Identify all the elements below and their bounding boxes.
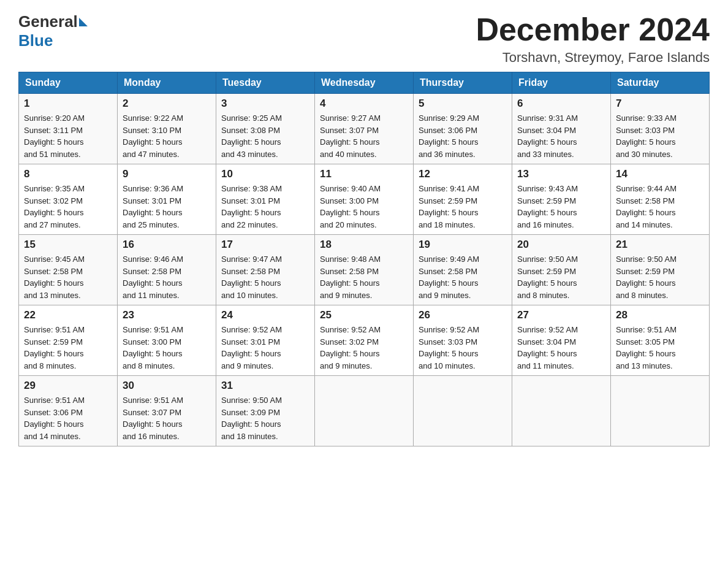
calendar-cell: 8Sunrise: 9:35 AMSunset: 3:02 PMDaylight… <box>19 164 118 235</box>
calendar-cell: 2Sunrise: 9:22 AMSunset: 3:10 PMDaylight… <box>118 94 216 164</box>
day-info: Sunrise: 9:33 AMSunset: 3:03 PMDaylight:… <box>616 112 704 160</box>
weekday-header-friday: Friday <box>512 72 611 94</box>
day-info: Sunrise: 9:52 AMSunset: 3:01 PMDaylight:… <box>221 324 309 372</box>
day-number: 27 <box>517 309 605 321</box>
day-number: 11 <box>320 168 408 180</box>
day-number: 23 <box>123 309 211 321</box>
calendar-table: SundayMondayTuesdayWednesdayThursdayFrid… <box>18 72 710 446</box>
day-info: Sunrise: 9:51 AMSunset: 3:00 PMDaylight:… <box>123 324 211 372</box>
day-info: Sunrise: 9:52 AMSunset: 3:02 PMDaylight:… <box>320 324 408 372</box>
calendar-cell: 11Sunrise: 9:40 AMSunset: 3:00 PMDayligh… <box>315 164 414 235</box>
day-number: 14 <box>616 168 704 180</box>
calendar-cell: 28Sunrise: 9:51 AMSunset: 3:05 PMDayligh… <box>611 305 710 376</box>
day-info: Sunrise: 9:27 AMSunset: 3:07 PMDaylight:… <box>320 112 408 160</box>
calendar-cell: 15Sunrise: 9:45 AMSunset: 2:58 PMDayligh… <box>19 235 118 305</box>
day-number: 26 <box>419 309 507 321</box>
day-info: Sunrise: 9:50 AMSunset: 2:59 PMDaylight:… <box>616 253 704 301</box>
day-number: 30 <box>123 380 211 392</box>
day-info: Sunrise: 9:43 AMSunset: 2:59 PMDaylight:… <box>517 183 605 231</box>
weekday-header-saturday: Saturday <box>611 72 710 94</box>
day-info: Sunrise: 9:49 AMSunset: 2:58 PMDaylight:… <box>419 253 507 301</box>
day-info: Sunrise: 9:29 AMSunset: 3:06 PMDaylight:… <box>419 112 507 160</box>
calendar-week-row: 15Sunrise: 9:45 AMSunset: 2:58 PMDayligh… <box>19 235 710 305</box>
weekday-header-tuesday: Tuesday <box>216 72 315 94</box>
calendar-cell: 25Sunrise: 9:52 AMSunset: 3:02 PMDayligh… <box>315 305 414 376</box>
day-info: Sunrise: 9:47 AMSunset: 2:58 PMDaylight:… <box>221 253 309 301</box>
day-info: Sunrise: 9:31 AMSunset: 3:04 PMDaylight:… <box>517 112 605 160</box>
logo-general-text: General <box>18 12 78 31</box>
calendar-week-row: 8Sunrise: 9:35 AMSunset: 3:02 PMDaylight… <box>19 164 710 235</box>
day-number: 21 <box>616 239 704 251</box>
logo-triangle-icon <box>79 18 88 26</box>
day-number: 12 <box>419 168 507 180</box>
weekday-header-row: SundayMondayTuesdayWednesdayThursdayFrid… <box>19 72 710 94</box>
logo-blue-text: Blue <box>18 31 53 50</box>
calendar-cell: 19Sunrise: 9:49 AMSunset: 2:58 PMDayligh… <box>414 235 512 305</box>
calendar-cell: 6Sunrise: 9:31 AMSunset: 3:04 PMDaylight… <box>512 94 611 164</box>
day-info: Sunrise: 9:48 AMSunset: 2:58 PMDaylight:… <box>320 253 408 301</box>
calendar-cell: 14Sunrise: 9:44 AMSunset: 2:58 PMDayligh… <box>611 164 710 235</box>
calendar-cell: 29Sunrise: 9:51 AMSunset: 3:06 PMDayligh… <box>19 376 118 446</box>
calendar-cell: 1Sunrise: 9:20 AMSunset: 3:11 PMDaylight… <box>19 94 118 164</box>
calendar-cell <box>414 376 512 446</box>
calendar-cell <box>611 376 710 446</box>
day-number: 2 <box>123 98 211 110</box>
day-info: Sunrise: 9:52 AMSunset: 3:03 PMDaylight:… <box>419 324 507 372</box>
weekday-header-thursday: Thursday <box>414 72 512 94</box>
calendar-cell: 22Sunrise: 9:51 AMSunset: 2:59 PMDayligh… <box>19 305 118 376</box>
day-info: Sunrise: 9:22 AMSunset: 3:10 PMDaylight:… <box>123 112 211 160</box>
calendar-cell: 13Sunrise: 9:43 AMSunset: 2:59 PMDayligh… <box>512 164 611 235</box>
location-title: Torshavn, Streymoy, Faroe Islands <box>476 50 710 66</box>
day-number: 29 <box>24 380 112 392</box>
calendar-cell: 20Sunrise: 9:50 AMSunset: 2:59 PMDayligh… <box>512 235 611 305</box>
calendar-week-row: 1Sunrise: 9:20 AMSunset: 3:11 PMDaylight… <box>19 94 710 164</box>
calendar-cell: 18Sunrise: 9:48 AMSunset: 2:58 PMDayligh… <box>315 235 414 305</box>
day-number: 4 <box>320 98 408 110</box>
day-info: Sunrise: 9:36 AMSunset: 3:01 PMDaylight:… <box>123 183 211 231</box>
day-number: 13 <box>517 168 605 180</box>
calendar-cell: 23Sunrise: 9:51 AMSunset: 3:00 PMDayligh… <box>118 305 216 376</box>
day-number: 1 <box>24 98 112 110</box>
day-number: 25 <box>320 309 408 321</box>
day-number: 19 <box>419 239 507 251</box>
page-header: General Blue December 2024 Torshavn, Str… <box>18 12 710 66</box>
logo: General Blue <box>18 12 89 50</box>
day-number: 10 <box>221 168 309 180</box>
day-info: Sunrise: 9:50 AMSunset: 3:09 PMDaylight:… <box>221 394 309 442</box>
day-number: 20 <box>517 239 605 251</box>
day-info: Sunrise: 9:52 AMSunset: 3:04 PMDaylight:… <box>517 324 605 372</box>
calendar-cell: 26Sunrise: 9:52 AMSunset: 3:03 PMDayligh… <box>414 305 512 376</box>
day-number: 6 <box>517 98 605 110</box>
calendar-cell: 12Sunrise: 9:41 AMSunset: 2:59 PMDayligh… <box>414 164 512 235</box>
day-info: Sunrise: 9:51 AMSunset: 3:07 PMDaylight:… <box>123 394 211 442</box>
day-number: 16 <box>123 239 211 251</box>
day-info: Sunrise: 9:25 AMSunset: 3:08 PMDaylight:… <box>221 112 309 160</box>
day-number: 8 <box>24 168 112 180</box>
calendar-cell: 17Sunrise: 9:47 AMSunset: 2:58 PMDayligh… <box>216 235 315 305</box>
calendar-cell: 21Sunrise: 9:50 AMSunset: 2:59 PMDayligh… <box>611 235 710 305</box>
day-info: Sunrise: 9:51 AMSunset: 3:05 PMDaylight:… <box>616 324 704 372</box>
day-info: Sunrise: 9:38 AMSunset: 3:01 PMDaylight:… <box>221 183 309 231</box>
title-block: December 2024 Torshavn, Streymoy, Faroe … <box>476 12 710 66</box>
day-info: Sunrise: 9:45 AMSunset: 2:58 PMDaylight:… <box>24 253 112 301</box>
calendar-cell: 5Sunrise: 9:29 AMSunset: 3:06 PMDaylight… <box>414 94 512 164</box>
day-number: 17 <box>221 239 309 251</box>
day-info: Sunrise: 9:51 AMSunset: 3:06 PMDaylight:… <box>24 394 112 442</box>
calendar-cell <box>315 376 414 446</box>
calendar-week-row: 29Sunrise: 9:51 AMSunset: 3:06 PMDayligh… <box>19 376 710 446</box>
calendar-cell: 10Sunrise: 9:38 AMSunset: 3:01 PMDayligh… <box>216 164 315 235</box>
calendar-cell: 24Sunrise: 9:52 AMSunset: 3:01 PMDayligh… <box>216 305 315 376</box>
day-number: 9 <box>123 168 211 180</box>
weekday-header-wednesday: Wednesday <box>315 72 414 94</box>
calendar-cell: 7Sunrise: 9:33 AMSunset: 3:03 PMDaylight… <box>611 94 710 164</box>
day-number: 24 <box>221 309 309 321</box>
month-title: December 2024 <box>476 12 710 47</box>
day-number: 3 <box>221 98 309 110</box>
day-info: Sunrise: 9:35 AMSunset: 3:02 PMDaylight:… <box>24 183 112 231</box>
day-number: 22 <box>24 309 112 321</box>
calendar-cell: 31Sunrise: 9:50 AMSunset: 3:09 PMDayligh… <box>216 376 315 446</box>
day-info: Sunrise: 9:20 AMSunset: 3:11 PMDaylight:… <box>24 112 112 160</box>
day-info: Sunrise: 9:44 AMSunset: 2:58 PMDaylight:… <box>616 183 704 231</box>
day-info: Sunrise: 9:46 AMSunset: 2:58 PMDaylight:… <box>123 253 211 301</box>
day-number: 28 <box>616 309 704 321</box>
